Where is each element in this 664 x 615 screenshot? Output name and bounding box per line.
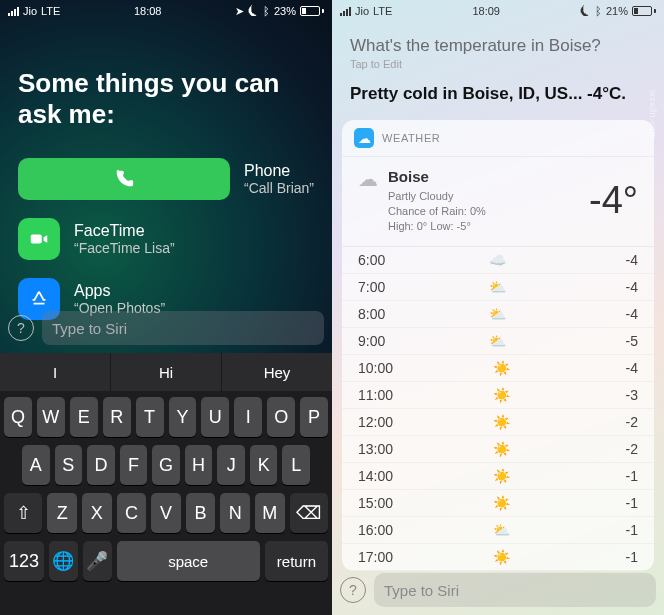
hour-weather-icon: ☁️: [489, 252, 506, 268]
network: LTE: [373, 5, 392, 17]
alarm-icon: ⏾: [248, 5, 259, 17]
key-e[interactable]: E: [70, 397, 98, 437]
status-bar: Jio LTE 18:09 ⏾ ᛒ 21%: [332, 0, 664, 22]
key-shift[interactable]: ⇧: [4, 493, 42, 533]
siri-text-input[interactable]: Type to Siri: [42, 311, 324, 345]
key-mic[interactable]: 🎤: [83, 541, 112, 581]
hour-time: 13:00: [358, 441, 393, 457]
key-return[interactable]: return: [265, 541, 328, 581]
facetime-icon: [18, 218, 60, 260]
hour-time: 10:00: [358, 360, 393, 376]
siri-question[interactable]: What's the temperature in Boise?: [350, 36, 646, 56]
help-button[interactable]: ?: [340, 577, 366, 603]
key-x[interactable]: X: [82, 493, 112, 533]
key-n[interactable]: N: [220, 493, 250, 533]
hour-time: 12:00: [358, 414, 393, 430]
suggestion-phone[interactable]: Phone “Call Brian”: [18, 158, 314, 200]
cloud-icon: ☁: [358, 167, 378, 191]
hourly-row: 13:00☀️-2: [342, 436, 654, 463]
hour-weather-icon: ☀️: [493, 414, 510, 430]
hourly-row: 7:00⛅-4: [342, 274, 654, 301]
siri-text-input[interactable]: Type to Siri: [374, 573, 656, 607]
key-z[interactable]: Z: [47, 493, 77, 533]
key-numbers[interactable]: 123: [4, 541, 44, 581]
hourly-forecast[interactable]: 6:00☁️-47:00⛅-48:00⛅-49:00⛅-510:00☀️-411…: [342, 247, 654, 571]
key-b[interactable]: B: [186, 493, 216, 533]
suggestion-title: FaceTime: [74, 222, 175, 240]
key-globe[interactable]: 🌐: [49, 541, 78, 581]
hour-time: 8:00: [358, 306, 385, 322]
battery-icon: [300, 6, 324, 16]
bluetooth-icon: ᛒ: [595, 5, 602, 17]
key-y[interactable]: Y: [169, 397, 197, 437]
high-low: High: 0° Low: -5°: [388, 219, 486, 234]
clock: 18:09: [472, 5, 500, 17]
city-name: Boise: [388, 167, 486, 187]
phone-left: Jio LTE 18:08 ➤ ⏾ ᛒ 23% Some things you …: [0, 0, 332, 615]
hour-weather-icon: ☀️: [493, 360, 510, 376]
key-w[interactable]: W: [37, 397, 65, 437]
hour-time: 17:00: [358, 549, 393, 565]
suggestion-facetime[interactable]: FaceTime “FaceTime Lisa”: [18, 218, 314, 260]
watermark: wsxdn.com: [648, 90, 658, 140]
prediction[interactable]: I: [0, 353, 111, 391]
key-c[interactable]: C: [117, 493, 147, 533]
hour-temp: -1: [610, 495, 638, 511]
hour-weather-icon: ⛅: [489, 306, 506, 322]
tap-to-edit[interactable]: Tap to Edit: [350, 58, 646, 70]
key-g[interactable]: G: [152, 445, 180, 485]
hour-time: 6:00: [358, 252, 385, 268]
hour-temp: -1: [610, 549, 638, 565]
rain-chance: Chance of Rain: 0%: [388, 204, 486, 219]
prediction[interactable]: Hi: [111, 353, 222, 391]
key-s[interactable]: S: [55, 445, 83, 485]
suggestion-example: “Call Brian”: [244, 180, 314, 196]
help-button[interactable]: ?: [8, 315, 34, 341]
prediction[interactable]: Hey: [222, 353, 332, 391]
status-bar: Jio LTE 18:08 ➤ ⏾ ᛒ 23%: [0, 0, 332, 22]
hour-temp: -4: [610, 252, 638, 268]
key-backspace[interactable]: ⌫: [290, 493, 328, 533]
key-space[interactable]: space: [117, 541, 260, 581]
keyboard-predictions: I Hi Hey: [0, 353, 332, 391]
network: LTE: [41, 5, 60, 17]
battery-pct: 21%: [606, 5, 628, 17]
hour-time: 11:00: [358, 387, 393, 403]
key-p[interactable]: P: [300, 397, 328, 437]
hour-weather-icon: ☀️: [493, 468, 510, 484]
hourly-row: 16:00⛅-1: [342, 517, 654, 544]
key-f[interactable]: F: [120, 445, 148, 485]
keyboard: QWERTYUIOP ASDFGHJKL ⇧ZXCVBNM⌫ 123 🌐 🎤 s…: [0, 391, 332, 615]
suggestion-title: Apps: [74, 282, 165, 300]
key-t[interactable]: T: [136, 397, 164, 437]
key-d[interactable]: D: [87, 445, 115, 485]
hour-weather-icon: ☀️: [493, 549, 510, 565]
hourly-row: 6:00☁️-4: [342, 247, 654, 274]
key-q[interactable]: Q: [4, 397, 32, 437]
hour-temp: -4: [610, 360, 638, 376]
key-j[interactable]: J: [217, 445, 245, 485]
key-a[interactable]: A: [22, 445, 50, 485]
key-l[interactable]: L: [282, 445, 310, 485]
hourly-row: 8:00⛅-4: [342, 301, 654, 328]
siri-input-row: ? Type to Siri: [0, 303, 332, 353]
hour-time: 7:00: [358, 279, 385, 295]
key-i[interactable]: I: [234, 397, 262, 437]
hour-weather-icon: ⛅: [493, 522, 510, 538]
signal-icon: [8, 7, 19, 16]
key-k[interactable]: K: [250, 445, 278, 485]
hourly-row: 12:00☀️-2: [342, 409, 654, 436]
key-o[interactable]: O: [267, 397, 295, 437]
location-icon: ➤: [235, 5, 244, 18]
key-v[interactable]: V: [151, 493, 181, 533]
key-u[interactable]: U: [201, 397, 229, 437]
key-h[interactable]: H: [185, 445, 213, 485]
key-m[interactable]: M: [255, 493, 285, 533]
hour-time: 15:00: [358, 495, 393, 511]
weather-app-icon: ☁: [354, 128, 374, 148]
hourly-row: 14:00☀️-1: [342, 463, 654, 490]
weather-card[interactable]: ☁ WEATHER ☁ Boise Partly Cloudy Chance o…: [342, 120, 654, 571]
key-r[interactable]: R: [103, 397, 131, 437]
hour-temp: -1: [610, 522, 638, 538]
hour-temp: -2: [610, 414, 638, 430]
